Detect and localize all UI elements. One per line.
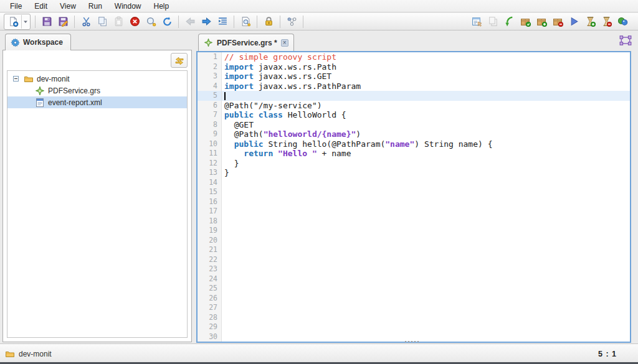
code-token: import bbox=[224, 72, 254, 81]
connections-button[interactable] bbox=[283, 14, 300, 29]
package-remove-button[interactable] bbox=[550, 14, 566, 29]
package-check-icon bbox=[520, 16, 531, 27]
paste-button[interactable] bbox=[110, 14, 126, 29]
code-editor[interactable]: 1234567891011121314151617181920212223242… bbox=[196, 51, 631, 343]
code-token: return bbox=[244, 149, 273, 158]
gutter-line-number: 11 bbox=[198, 149, 221, 159]
chevron-down-icon[interactable] bbox=[21, 15, 29, 29]
schedule-add-button[interactable] bbox=[582, 14, 598, 29]
code-line-7: public class HelloWorld { bbox=[222, 110, 630, 120]
toolbar-separator bbox=[74, 16, 75, 28]
package-add-button[interactable] bbox=[533, 14, 550, 29]
run-button[interactable] bbox=[566, 14, 582, 29]
package-check-button[interactable] bbox=[517, 14, 533, 29]
run-icon bbox=[569, 16, 579, 27]
redo-icon bbox=[162, 16, 173, 27]
code-line-2: import javax.ws.rs.Path bbox=[222, 62, 630, 72]
redo-button[interactable] bbox=[159, 14, 175, 29]
code-token: @Path( bbox=[224, 129, 264, 139]
menu-window[interactable]: Window bbox=[108, 1, 148, 12]
code-token: @Path("/my-service") bbox=[224, 101, 322, 110]
search-button[interactable] bbox=[143, 14, 159, 29]
gutter-line-number: 6 bbox=[198, 101, 221, 111]
code-token: public class bbox=[224, 110, 283, 119]
code-line-22 bbox=[222, 255, 630, 265]
code-line-28 bbox=[222, 313, 630, 323]
code-area[interactable]: // simple groovy scriptimport javax.ws.r… bbox=[222, 52, 630, 342]
cut-button[interactable] bbox=[78, 14, 94, 29]
tab-workspace[interactable]: Workspace bbox=[5, 34, 71, 50]
commit-arrow-button[interactable] bbox=[501, 14, 517, 29]
tree-item-pdfservice-grs[interactable]: PDFService.grs bbox=[7, 85, 187, 96]
code-token: "Hello " bbox=[278, 149, 317, 158]
sync-button[interactable] bbox=[171, 53, 188, 68]
save-as-button[interactable] bbox=[55, 14, 71, 29]
preview-icon bbox=[240, 16, 251, 27]
text-cursor bbox=[224, 92, 226, 100]
code-token: // simple groovy script bbox=[224, 52, 336, 62]
maximize-icon[interactable] bbox=[619, 35, 632, 45]
toolbar-separator bbox=[280, 16, 280, 28]
code-line-10: public String hello(@PathParam("name") S… bbox=[222, 139, 630, 149]
gutter-line-number: 21 bbox=[198, 245, 221, 255]
code-token: public bbox=[234, 139, 264, 149]
copy-button[interactable] bbox=[94, 14, 110, 29]
gutter-line-number: 16 bbox=[198, 197, 221, 207]
forward-button[interactable] bbox=[198, 14, 214, 29]
form-hand-icon bbox=[472, 16, 482, 27]
code-line-17 bbox=[222, 207, 630, 217]
gutter-line-number: 26 bbox=[198, 294, 221, 304]
tree-item-label: PDFService.grs bbox=[48, 86, 100, 95]
code-line-14 bbox=[222, 178, 630, 188]
menu-file[interactable]: File bbox=[4, 1, 28, 12]
code-line-21 bbox=[222, 245, 630, 255]
gear-icon bbox=[11, 38, 20, 47]
status-project: dev-monit bbox=[5, 349, 52, 359]
status-project-label: dev-monit bbox=[19, 350, 52, 358]
code-line-11: return "Hello " + name bbox=[222, 149, 630, 159]
splitter-grip[interactable] bbox=[405, 341, 419, 342]
world-button[interactable] bbox=[614, 14, 631, 29]
preview-button[interactable] bbox=[237, 14, 254, 29]
close-icon[interactable]: × bbox=[281, 39, 288, 47]
menu-run[interactable]: Run bbox=[82, 1, 108, 12]
commit-arrow-icon bbox=[504, 16, 515, 27]
copy-pages-button[interactable] bbox=[485, 14, 501, 29]
collapse-toggle-icon[interactable] bbox=[13, 76, 19, 82]
package-remove-icon bbox=[553, 16, 563, 27]
delete-icon bbox=[130, 16, 140, 27]
schedule-remove-button[interactable] bbox=[598, 14, 614, 29]
new-file-button[interactable] bbox=[5, 14, 21, 29]
tree-item-label: dev-monit bbox=[37, 75, 70, 83]
code-line-13: } bbox=[222, 168, 630, 178]
code-token: javax.ws.rs.GET bbox=[254, 72, 331, 81]
format-indent-button[interactable] bbox=[214, 14, 231, 29]
menu-edit[interactable]: Edit bbox=[28, 1, 54, 12]
code-token: String hello(@PathParam( bbox=[264, 139, 386, 149]
tree-item-event-report-xml[interactable]: event-report.xml bbox=[7, 96, 187, 108]
save-icon bbox=[42, 16, 52, 27]
code-line-3: import javax.ws.rs.GET bbox=[222, 72, 630, 82]
back-button[interactable] bbox=[182, 14, 198, 29]
tab-editor-pdfservice[interactable]: PDFService.grs * × bbox=[198, 34, 294, 51]
toolbar-separator bbox=[257, 16, 257, 28]
gutter-line-number: 18 bbox=[198, 217, 221, 226]
schedule-remove-icon bbox=[601, 16, 612, 27]
gutter-line-number: 22 bbox=[198, 255, 221, 265]
menu-help[interactable]: Help bbox=[148, 1, 176, 12]
code-token: javax.ws.rs.PathParam bbox=[254, 82, 361, 91]
save-button[interactable] bbox=[39, 14, 55, 29]
new-file-icon bbox=[8, 16, 19, 27]
paste-icon bbox=[113, 16, 124, 27]
code-token: HelloWorld { bbox=[283, 110, 346, 119]
tree-item-label: event-report.xml bbox=[48, 98, 102, 107]
code-line-29 bbox=[222, 322, 630, 332]
main-area: Workspace dev-monitPDFService.grsevent-r… bbox=[0, 30, 638, 343]
folder-icon bbox=[5, 349, 15, 359]
folder-icon bbox=[24, 74, 34, 84]
form-hand-button[interactable] bbox=[469, 14, 485, 29]
lock-button[interactable] bbox=[260, 14, 277, 29]
delete-button[interactable] bbox=[126, 14, 143, 29]
menu-view[interactable]: View bbox=[54, 1, 82, 12]
tree-item-dev-monit[interactable]: dev-monit bbox=[7, 73, 187, 85]
